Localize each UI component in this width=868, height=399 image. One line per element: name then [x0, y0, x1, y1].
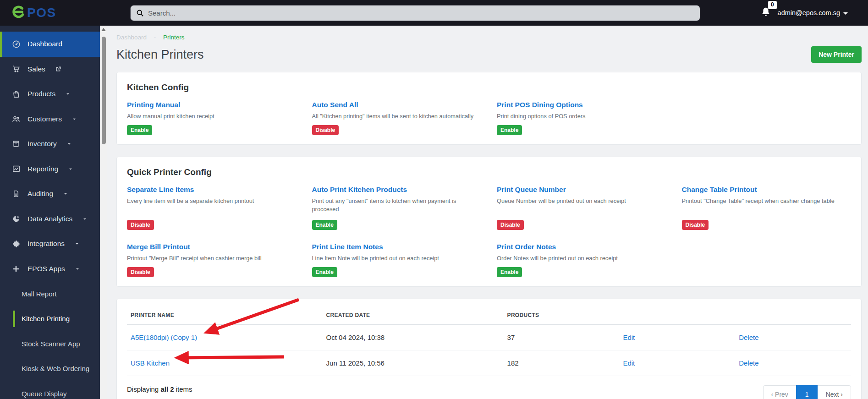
setting-link[interactable]: Merge Bill Printout [127, 243, 297, 251]
notification-count-badge: 0 [768, 1, 777, 9]
puzzle-icon [11, 240, 21, 248]
setting-auto-send-all: Auto Send All All "Kitchen printing" ite… [312, 101, 482, 135]
sidebar-item-label: Queue Display [22, 390, 66, 398]
setting-print-queue-number: Print Queue Number Queue Number will be … [497, 186, 666, 230]
sidebar-item-label: Stock Scanner App [22, 340, 80, 348]
setting-description: Queue Number will be printed out on each… [497, 197, 666, 215]
sidebar-item-customers[interactable]: Customers [0, 107, 100, 132]
breadcrumb-dashboard[interactable]: Dashboard [116, 34, 147, 41]
column-header-delete [735, 308, 851, 325]
user-email: admin@epos.com.sg [778, 9, 840, 16]
sidebar-item-dashboard[interactable]: Dashboard [0, 32, 100, 57]
logo-e-icon [11, 5, 26, 21]
setting-link[interactable]: Print Order Notes [497, 243, 666, 251]
setting-description: Printout "Change Table" receipt when cas… [682, 197, 852, 215]
kitchen-config-card: Kitchen Config Printing Manual Allow man… [116, 72, 862, 145]
setting-print-line-item-notes: Print Line Item Notes Line Item Note wil… [312, 243, 482, 277]
pagination-prev-button[interactable]: ‹ Prev [763, 385, 797, 399]
new-printer-button[interactable]: New Printer [811, 46, 862, 63]
edit-link[interactable]: Edit [623, 359, 635, 367]
pagination-next-button[interactable]: Next › [818, 385, 851, 399]
printer-name-link[interactable]: USB Kitchen [131, 359, 170, 367]
delete-link[interactable]: Delete [739, 333, 758, 341]
vertical-scrollbar[interactable] [100, 26, 107, 399]
setting-link[interactable]: Print Line Item Notes [312, 243, 482, 251]
setting-print-order-notes: Print Order Notes Order Notes will be pr… [497, 243, 666, 277]
setting-link[interactable]: Print POS Dining Options [497, 101, 666, 109]
setting-link[interactable]: Change Table Printout [682, 186, 852, 194]
setting-description: Allow manual print kitchen receipt [127, 112, 297, 120]
sidebar-subitem-queue-display[interactable]: Queue Display [0, 381, 100, 399]
setting-description: Print out any "unsent" items to kitchen … [312, 197, 482, 215]
column-header-printer-name: PRINTER NAME [127, 308, 323, 325]
chevron-down-icon [65, 91, 71, 97]
setting-merge-bill-printout: Merge Bill Printout Printout "Merge Bill… [127, 243, 297, 277]
setting-link[interactable]: Auto Send All [312, 101, 482, 109]
app-logo[interactable]: POS [0, 5, 100, 21]
setting-description: Print dining options of POS orders [497, 112, 666, 120]
setting-description: Printout "Merge Bill" receipt when cashi… [127, 254, 297, 262]
users-icon [11, 115, 21, 124]
sidebar-item-inventory[interactable]: Inventory [0, 131, 100, 157]
scrollbar-thumb[interactable] [102, 37, 106, 144]
chart-icon [11, 164, 21, 173]
setting-change-table-printout: Change Table Printout Printout "Change T… [682, 186, 852, 230]
setting-description: Order Notes will be printed out on each … [497, 254, 666, 262]
setting-link[interactable]: Separate Line Items [127, 186, 297, 194]
setting-link[interactable]: Printing Manual [127, 101, 297, 109]
setting-link[interactable]: Auto Print Kitchen Products [312, 186, 482, 194]
sidebar-subitem-stock-scanner-app[interactable]: Stock Scanner App [0, 331, 100, 356]
sidebar-item-integrations[interactable]: Integrations [0, 231, 100, 257]
delete-link[interactable]: Delete [739, 359, 758, 367]
sidebar-item-label: Inventory [27, 140, 57, 148]
topbar: POS 0 admin@epos.com.sg [0, 0, 868, 26]
breadcrumb-separator: - [154, 34, 156, 41]
scroll-up-arrow-icon[interactable] [101, 28, 106, 31]
column-header-created-date: CREATED DATE [323, 308, 504, 325]
sidebar: Dashboard Sales Products Customers Inven… [0, 26, 100, 399]
printers-table: PRINTER NAME CREATED DATE PRODUCTS A5E(1… [127, 308, 851, 376]
sidebar-item-auditing[interactable]: Auditing [0, 181, 100, 207]
pagination-page-1-button[interactable]: 1 [796, 385, 818, 399]
topbar-right: 0 admin@epos.com.sg [760, 6, 868, 19]
sidebar-item-label: Data Analytics [27, 215, 72, 223]
column-header-products: PRODUCTS [504, 308, 620, 325]
status-badge: Disable [127, 267, 154, 277]
status-badge: Enable [497, 267, 522, 277]
main-content: Dashboard - Printers Kitchen Printers Ne… [107, 26, 868, 399]
quick-printer-config-card: Quick Printer Config Separate Line Items… [116, 157, 862, 287]
setting-auto-print-kitchen-products: Auto Print Kitchen Products Print out an… [312, 186, 482, 230]
printer-name-link[interactable]: A5E(180dpi) (Copy 1) [131, 333, 197, 341]
kitchen-config-title: Kitchen Config [127, 82, 851, 93]
breadcrumb-printers[interactable]: Printers [163, 34, 185, 41]
breadcrumb: Dashboard - Printers [116, 34, 862, 41]
edit-link[interactable]: Edit [623, 333, 635, 341]
notifications-button[interactable]: 0 [760, 6, 771, 19]
sidebar-item-sales[interactable]: Sales [0, 57, 100, 82]
sidebar-subitem-mall-report[interactable]: Mall Report [0, 281, 100, 306]
status-badge: Enable [312, 220, 337, 230]
bag-icon [11, 90, 21, 98]
sidebar-item-label: Dashboard [27, 40, 62, 48]
gauge-icon [11, 40, 21, 49]
sidebar-item-products[interactable]: Products [0, 82, 100, 107]
setting-description: Line Item Note will be printed out on ea… [312, 254, 482, 262]
sidebar-item-data-analytics[interactable]: Data Analytics [0, 207, 100, 232]
products-count-cell: 182 [504, 350, 620, 376]
sidebar-subitem-kitchen-printing[interactable]: Kitchen Printing [0, 306, 100, 332]
search-input[interactable] [130, 5, 700, 21]
sidebar-subitem-kiosk-web-ordering[interactable]: Kiosk & Web Ordering [0, 356, 100, 382]
sidebar-item-label: Kitchen Printing [22, 315, 70, 322]
status-badge: Enable [312, 267, 337, 277]
status-badge: Enable [497, 125, 522, 135]
chevron-down-icon [71, 116, 77, 122]
setting-link[interactable]: Print Queue Number [497, 186, 666, 194]
sidebar-item-label: Kiosk & Web Ordering [22, 365, 89, 372]
setting-separate-line-items: Separate Line Items Every line item will… [127, 186, 297, 230]
sidebar-item-epos-apps[interactable]: EPOS Apps [0, 257, 100, 282]
quick-printer-config-title: Quick Printer Config [127, 167, 851, 177]
sidebar-item-reporting[interactable]: Reporting [0, 157, 100, 182]
setting-description: Every line item will be a separate kitch… [127, 197, 297, 215]
user-menu[interactable]: admin@epos.com.sg [778, 9, 848, 16]
box-icon [11, 140, 21, 148]
